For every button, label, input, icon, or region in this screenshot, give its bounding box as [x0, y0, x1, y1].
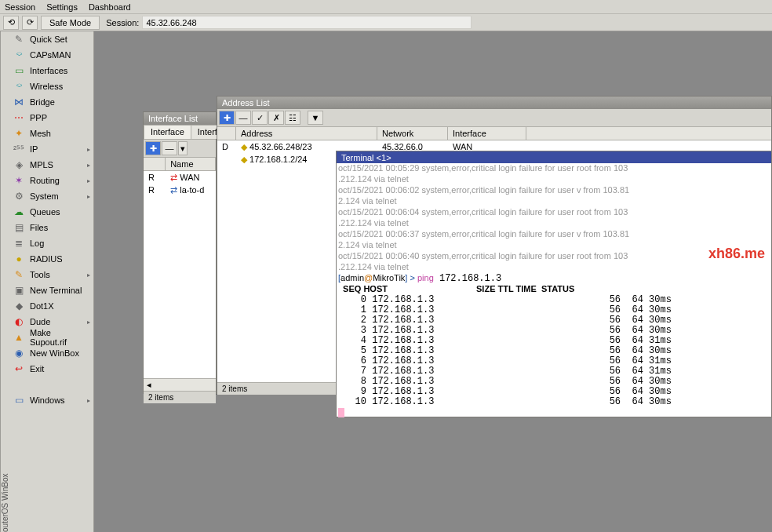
- menu-bar: Session Settings Dashboard: [0, 0, 772, 14]
- col-flag[interactable]: [144, 158, 166, 170]
- chevron-right-icon: ▸: [87, 146, 90, 153]
- filter-button[interactable]: ▼: [308, 111, 323, 125]
- row-name: ⇄ la-to-d: [166, 185, 216, 195]
- plus-icon: ✚: [224, 113, 231, 123]
- chevron-right-icon: ▸: [87, 397, 90, 404]
- address-icon: ◆: [241, 142, 247, 151]
- sidebar-item-dude[interactable]: ◐Dude▸: [9, 314, 93, 330]
- sidebar-item-new-winbox[interactable]: ◉New WinBox: [9, 345, 93, 361]
- Tools-icon: ✎: [13, 269, 25, 280]
- Files-icon: ▤: [13, 222, 25, 233]
- Quick Set-icon: ✎: [13, 34, 25, 45]
- sidebar-item-mpls[interactable]: ◈MPLS▸: [9, 157, 93, 173]
- sidebar-item-wireless[interactable]: ⌔Wireless: [9, 78, 93, 94]
- menu-dashboard[interactable]: Dashboard: [89, 2, 131, 12]
- sidebar-item-exit[interactable]: ↩Exit: [9, 361, 93, 377]
- undo-icon: ⟲: [8, 17, 15, 27]
- sidebar-item-label: Interfaces: [30, 66, 67, 75]
- sidebar-item-label: Log: [30, 239, 44, 248]
- terminal-title[interactable]: Terminal <1>: [337, 151, 771, 163]
- menu-settings[interactable]: Settings: [46, 2, 78, 12]
- sidebar-item-label: Tools: [30, 270, 50, 279]
- sidebar-item-label: Bridge: [30, 97, 55, 107]
- sidebar-item-tools[interactable]: ✎Tools▸: [9, 267, 93, 282]
- sidebar-item-mesh[interactable]: ✦Mesh: [9, 126, 93, 141]
- remove-button[interactable]: —: [162, 141, 177, 155]
- Dot1X-icon: ◆: [13, 301, 25, 312]
- interface-tabs: Interface Interfa: [144, 125, 216, 140]
- toolbar: ⟲ ⟳ Safe Mode Session: 45.32.66.248: [0, 14, 772, 31]
- redo-icon: ⟳: [27, 17, 34, 27]
- Queues-icon: ☁: [13, 206, 25, 217]
- CAPsMAN-icon: ⌔: [13, 49, 25, 60]
- sidebar-spacer: [9, 377, 93, 392]
- col-interface[interactable]: Interface: [448, 127, 526, 140]
- undo-button[interactable]: ⟲: [3, 16, 19, 30]
- col-flag[interactable]: [217, 127, 236, 140]
- interface-table-body: R⇄ WANR⇄ la-to-d: [144, 171, 216, 378]
- safe-mode-button[interactable]: Safe Mode: [41, 16, 100, 30]
- Mesh-icon: ✦: [13, 128, 25, 139]
- sidebar-item-system[interactable]: ⚙System▸: [9, 188, 93, 204]
- app-vertical-title: outerOS WinBox: [0, 31, 9, 532]
- sidebar-item-label: Mesh: [30, 129, 51, 138]
- window-interface-list[interactable]: Interface List Interface Interfa ✚ — ▾ N…: [143, 111, 217, 394]
- sidebar-item-bridge[interactable]: ⋈Bridge: [9, 94, 93, 110]
- Windows-icon: ▭: [13, 395, 25, 406]
- RADIUS-icon: ●: [13, 253, 25, 264]
- menu-session[interactable]: Session: [5, 2, 35, 12]
- sidebar-item-queues[interactable]: ☁Queues: [9, 204, 93, 220]
- redo-button[interactable]: ⟳: [22, 16, 38, 30]
- window-title[interactable]: Interface List: [144, 112, 216, 125]
- scroll-left-button[interactable]: ◂: [144, 378, 216, 391]
- sidebar-item-log[interactable]: ≣Log: [9, 235, 93, 251]
- Routing-icon: ✶: [13, 175, 25, 186]
- terminal-body[interactable]: oct/15/2021 00:05:29 system,error,critic…: [337, 163, 771, 417]
- table-row[interactable]: R⇄ WAN: [144, 171, 216, 184]
- Make Supout.rif-icon: ▲: [13, 332, 25, 343]
- sidebar-item-capsman[interactable]: ⌔CAPsMAN: [9, 47, 93, 63]
- sidebar-item-label: RADIUS: [30, 254, 63, 264]
- sidebar: ✎Quick Set⌔CAPsMAN▭Interfaces⌔Wireless⋈B…: [9, 31, 94, 532]
- window-title[interactable]: Address List: [217, 97, 771, 109]
- sidebar-item-make-supout-rif[interactable]: ▲Make Supout.rif: [9, 330, 93, 345]
- col-address[interactable]: Address: [236, 127, 377, 140]
- add-button[interactable]: ✚: [219, 111, 235, 125]
- Log-icon: ≣: [13, 238, 25, 249]
- sidebar-item-new-terminal[interactable]: ▣New Terminal: [9, 282, 93, 298]
- sidebar-item-quick-set[interactable]: ✎Quick Set: [9, 31, 93, 47]
- sidebar-item-windows[interactable]: ▭Windows▸: [9, 392, 93, 408]
- sidebar-item-label: Make Supout.rif: [30, 328, 90, 347]
- col-name[interactable]: Name: [166, 158, 216, 170]
- dropdown-button[interactable]: ▾: [178, 141, 188, 155]
- enable-button[interactable]: ✓: [252, 111, 268, 125]
- watermark: xh86.me: [708, 246, 765, 262]
- tab-interface[interactable]: Interface: [144, 125, 191, 139]
- Interfaces-icon: ▭: [13, 65, 25, 76]
- sidebar-item-radius[interactable]: ●RADIUS: [9, 251, 93, 267]
- minus-icon: —: [166, 144, 174, 153]
- sidebar-item-dot1x[interactable]: ◆Dot1X: [9, 298, 93, 314]
- sidebar-item-ip[interactable]: ²⁵⁵IP▸: [9, 141, 93, 157]
- sidebar-item-files[interactable]: ▤Files: [9, 220, 93, 235]
- check-icon: ✓: [257, 113, 264, 123]
- sidebar-item-label: MPLS: [30, 160, 53, 169]
- comment-icon: ☷: [289, 113, 297, 123]
- blank-icon: [13, 379, 25, 390]
- remove-button[interactable]: —: [235, 111, 251, 125]
- Exit-icon: ↩: [13, 363, 25, 374]
- sidebar-item-interfaces[interactable]: ▭Interfaces: [9, 63, 93, 78]
- comment-button[interactable]: ☷: [285, 111, 300, 125]
- System-icon: ⚙: [13, 191, 25, 202]
- sidebar-item-label: Dot1X: [30, 301, 54, 311]
- address-table-header: Address Network Interface: [217, 127, 771, 140]
- sidebar-item-label: System: [30, 191, 59, 201]
- IP-icon: ²⁵⁵: [13, 144, 25, 155]
- window-terminal[interactable]: Terminal <1> oct/15/2021 00:05:29 system…: [336, 151, 772, 417]
- table-row[interactable]: R⇄ la-to-d: [144, 184, 216, 196]
- col-network[interactable]: Network: [377, 127, 448, 140]
- sidebar-item-ppp[interactable]: ⋯PPP: [9, 110, 93, 126]
- add-button[interactable]: ✚: [145, 141, 161, 155]
- disable-button[interactable]: ✗: [268, 111, 284, 125]
- sidebar-item-routing[interactable]: ✶Routing▸: [9, 173, 93, 188]
